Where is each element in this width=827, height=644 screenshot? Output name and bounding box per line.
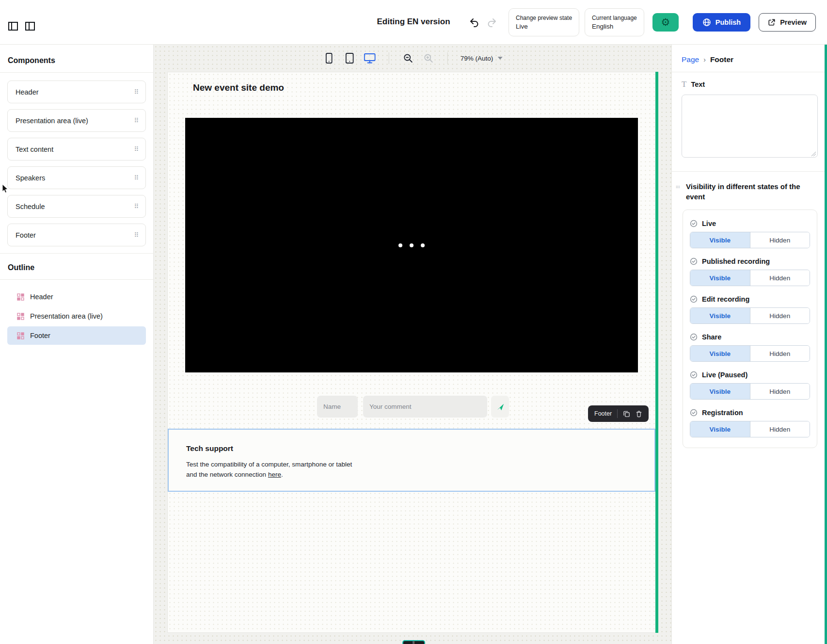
visible-option-selected[interactable]: Visible: [690, 346, 750, 361]
language-label: Current language: [592, 15, 637, 21]
text-icon: T: [682, 80, 686, 88]
footer-section-selected[interactable]: Tech support Test the compatibility of a…: [168, 429, 655, 492]
state-label: Live (Paused): [702, 371, 747, 379]
toggle-left-panel-button[interactable]: [7, 20, 19, 32]
loading-dot: [398, 243, 402, 247]
outline-item-label: Presentation area (live): [30, 312, 103, 320]
component-card-text-content[interactable]: Text content ⠿: [7, 138, 146, 161]
check-circle-icon: [690, 258, 698, 265]
language-value: English: [592, 23, 637, 30]
drag-handle-icon[interactable]: ⠿: [134, 146, 139, 152]
component-card-header[interactable]: Header ⠿: [7, 80, 146, 103]
canvas-edge-guide[interactable]: [655, 72, 658, 633]
drag-handle-icon[interactable]: ⠿: [134, 203, 139, 209]
send-comment-button[interactable]: [491, 396, 509, 418]
text-area-wrap: [682, 95, 817, 160]
hidden-option[interactable]: Hidden: [750, 346, 810, 361]
visibility-toggle: Visible Hidden: [690, 232, 810, 248]
duplicate-section-button[interactable]: [623, 410, 630, 418]
drag-handle-icon[interactable]: ⠿: [134, 232, 139, 238]
outline-item-header[interactable]: Header: [7, 288, 146, 306]
visible-option-selected[interactable]: Visible: [690, 308, 750, 323]
zoom-level-dropdown[interactable]: 79% (Auto): [461, 55, 503, 62]
video-player-area[interactable]: [185, 118, 638, 372]
outline-item-footer-selected[interactable]: Footer: [7, 326, 146, 345]
component-card-presentation-area[interactable]: Presentation area (live) ⠿: [7, 109, 146, 132]
preview-state-dropdown[interactable]: Change preview state Live: [509, 8, 579, 36]
state-label: Live: [702, 220, 716, 227]
globe-icon: [702, 18, 711, 27]
zoom-in-button-disabled[interactable]: [422, 52, 435, 64]
section-drag-handle-icon[interactable]: ⠿: [675, 185, 680, 189]
breadcrumb-page-link[interactable]: Page: [682, 55, 699, 64]
component-card-footer[interactable]: Footer ⠿: [7, 224, 146, 246]
visibility-state-edit-recording: Edit recording Visible Hidden: [690, 295, 810, 324]
hidden-option[interactable]: Hidden: [750, 384, 810, 399]
hidden-option[interactable]: Hidden: [750, 270, 810, 286]
footer-text-input[interactable]: [682, 95, 818, 158]
component-card-schedule[interactable]: Schedule ⠿: [7, 195, 146, 218]
language-dropdown[interactable]: Current language English: [585, 8, 644, 36]
preview-label: Preview: [780, 18, 807, 26]
visibility-section: ⠿ Visibility in different states of the …: [672, 172, 827, 458]
editor-canvas: 79% (Auto) New event site demo Name Your…: [154, 45, 671, 644]
hidden-option[interactable]: Hidden: [750, 232, 810, 248]
publish-button[interactable]: Publish: [693, 13, 750, 32]
outline-item-label: Footer: [30, 332, 50, 339]
desktop-view-button-active[interactable]: [364, 52, 376, 64]
visible-option-selected[interactable]: Visible: [690, 232, 750, 248]
zoom-in-icon: [424, 53, 433, 63]
tablet-view-button[interactable]: [343, 52, 356, 64]
selection-tag-label: Footer: [594, 410, 612, 417]
check-circle-icon: [690, 295, 698, 303]
visible-option-selected[interactable]: Visible: [690, 270, 750, 286]
outline-heading: Outline: [0, 254, 153, 279]
components-heading: Components: [0, 45, 153, 72]
drag-handle-icon[interactable]: ⠿: [134, 175, 139, 181]
visible-option-selected[interactable]: Visible: [690, 384, 750, 399]
selection-tag: Footer: [588, 405, 649, 422]
bottom-toolbar-peek[interactable]: ⠿: [402, 640, 425, 644]
panel-left-icon: [8, 21, 18, 32]
component-card-speakers[interactable]: Speakers ⠿: [7, 166, 146, 189]
comment-text-input[interactable]: Your comment: [363, 396, 487, 418]
visibility-toggle: Visible Hidden: [690, 383, 810, 400]
state-label: Edit recording: [702, 295, 749, 303]
site-header-section[interactable]: New event site demo: [168, 72, 655, 103]
hidden-option[interactable]: Hidden: [750, 421, 810, 437]
tag-divider: [617, 409, 618, 418]
comment-name-input[interactable]: Name: [317, 396, 358, 418]
undo-button[interactable]: [468, 16, 480, 29]
outline-item-presentation-area[interactable]: Presentation area (live): [7, 307, 146, 325]
tech-support-heading: Tech support: [186, 444, 637, 453]
publish-label: Publish: [716, 18, 741, 26]
preview-button[interactable]: Preview: [759, 13, 816, 32]
settings-button[interactable]: ⚙: [652, 13, 679, 32]
tech-support-link[interactable]: here: [268, 471, 281, 478]
breadcrumb-current: Footer: [710, 55, 733, 64]
check-circle-icon: [690, 333, 698, 341]
zoom-out-button[interactable]: [402, 52, 414, 64]
components-sidebar: Components Header ⠿ Presentation area (l…: [0, 45, 154, 644]
page-title: Editing EN version: [377, 17, 450, 27]
text-field-section: T Text: [672, 72, 827, 171]
loading-dot: [410, 243, 414, 247]
delete-section-button[interactable]: [636, 410, 642, 418]
drag-handle-icon[interactable]: ⠿: [134, 89, 139, 95]
toggle-right-panel-button[interactable]: [24, 20, 36, 32]
monitor-icon: [364, 53, 376, 64]
external-link-icon: [768, 18, 776, 26]
visibility-toggle: Visible Hidden: [690, 307, 810, 324]
preview-state-label: Change preview state: [516, 15, 572, 21]
component-label: Speakers: [16, 174, 45, 182]
drag-handle-icon[interactable]: ⠿: [134, 117, 139, 124]
redo-button[interactable]: [486, 16, 498, 29]
component-label: Footer: [16, 231, 36, 239]
visibility-heading: Visibility in different states of the ev…: [686, 181, 805, 202]
hidden-option[interactable]: Hidden: [750, 308, 810, 323]
mobile-view-button[interactable]: [323, 52, 335, 64]
preview-state-value: Live: [516, 23, 572, 30]
component-label: Text content: [16, 145, 53, 153]
visible-option-selected[interactable]: Visible: [690, 421, 750, 437]
zoom-level-value: 79% (Auto): [461, 55, 493, 62]
